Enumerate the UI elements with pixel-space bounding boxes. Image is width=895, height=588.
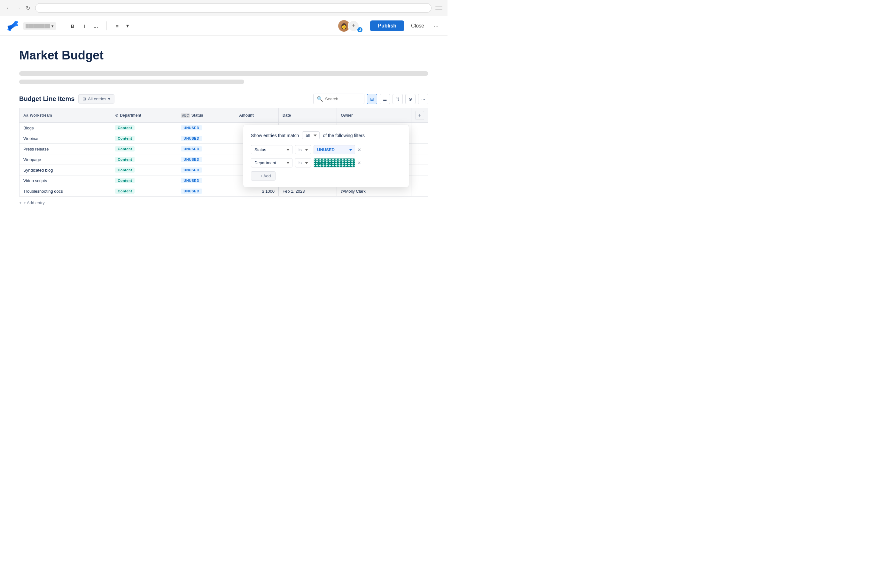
style-group: █████████ ▾ [23,23,56,30]
more-db-button[interactable]: ··· [418,94,428,104]
grid-view-icon: ⊞ [370,97,374,102]
cell-workstream[interactable]: Troubleshooting docs [20,186,111,197]
filter-popup: Show entries that match all any of the f… [243,125,409,187]
add-entry-label: + Add entry [24,200,45,205]
publish-button[interactable]: Publish [370,20,404,31]
add-entry-button[interactable]: + + Add entry [19,200,45,205]
col-header-status: ABC Status [177,108,235,123]
browser-nav: ← → ↻ [5,5,31,12]
col-header-workstream: Aa Workstream [20,108,111,123]
cell-department: Content [111,133,177,144]
search-input[interactable] [325,97,357,101]
cell-department: Content [111,144,177,155]
cell-extra [411,165,428,176]
filter-field-1[interactable]: Status [251,145,293,155]
col-header-department: ⊙ Department [111,108,177,123]
filter-row-1: Status is UNUSED × [251,145,401,155]
cell-status: UNUSED [177,176,235,186]
filter-value-2[interactable]: Content [314,158,355,167]
filter-row-2: Department is Content × [251,158,401,167]
filter-button[interactable]: ⚌ [380,94,390,104]
back-button[interactable]: ← [5,5,12,12]
hamburger-menu[interactable] [435,5,442,12]
forward-button[interactable]: → [15,5,22,12]
align-button[interactable]: ≡ [112,21,122,31]
search-box[interactable]: 🔍 [313,94,364,104]
grid-view-button[interactable]: ⊞ [367,94,377,104]
col-header-amount: Amount [235,108,279,123]
cell-extra [411,176,428,186]
cell-status: UNUSED [177,155,235,165]
filter-operator-1[interactable]: is [295,145,311,155]
col-header-owner: Owner [337,108,411,123]
sort-icon: ⇅ [396,97,399,102]
cell-department: Content [111,186,177,197]
filter-field-2[interactable]: Department [251,158,293,167]
more-format-button[interactable]: … [91,21,101,31]
add-entry-icon: + [19,200,22,205]
add-filter-icon: + [256,174,258,178]
style-dropdown[interactable]: █████████ ▾ [23,23,56,30]
editor-toolbar: █████████ ▾ B I … ≡ ▾ 👩 + J Publish Clos… [0,16,448,36]
italic-button[interactable]: I [80,21,89,31]
db-toolbar-right: 🔍 ⊞ ⚌ ⇅ ⊗ ··· [313,94,428,104]
hide-button[interactable]: ⊗ [405,94,416,104]
grid-icon: ⊞ [82,97,86,101]
align-chevron-button[interactable]: ▾ [123,21,132,31]
database-header: Budget Line Items ⊞ All entries ▾ 🔍 ⊞ [19,94,428,104]
cell-workstream[interactable]: Webpage [20,155,111,165]
filter-match-select[interactable]: all any [302,131,320,139]
style-label: █████████ [26,24,50,28]
cell-extra [411,123,428,133]
col-header-date: Date [279,108,337,123]
collaborator-badge: J [357,27,363,33]
all-entries-button[interactable]: ⊞ All entries ▾ [78,94,114,103]
add-column-button[interactable]: + [415,111,424,120]
reload-button[interactable]: ↻ [24,5,31,12]
department-col-label: Department [120,113,141,118]
cell-amount: $ 1000 [235,186,279,197]
app-container: █████████ ▾ B I … ≡ ▾ 👩 + J Publish Clos… [0,16,448,215]
format-group: B I … [68,21,101,31]
cell-workstream[interactable]: Video scripts [20,176,111,186]
database-title: Budget Line Items [19,95,74,103]
chevron-down-icon: ▾ [108,97,110,101]
add-filter-button[interactable]: + + Add [251,171,276,180]
table-wrapper: Aa Workstream ⊙ Department [19,108,428,197]
cell-workstream[interactable]: Press release [20,144,111,155]
page-title: Market Budget [19,48,428,62]
placeholder-line-2 [19,80,244,84]
add-filter-label: + Add [260,174,271,178]
cell-department: Content [111,165,177,176]
more-options-button[interactable]: ··· [431,21,441,31]
bold-button[interactable]: B [68,21,78,31]
department-col-icon: ⊙ [115,113,118,118]
cell-extra [411,186,428,197]
filter-intro-text: Show entries that match [251,133,299,138]
cell-workstream[interactable]: Syndicated blog [20,165,111,176]
placeholder-line-1 [19,71,428,76]
sort-button[interactable]: ⇅ [393,94,403,104]
cell-owner: @Molly Clark [337,186,411,197]
cell-status: UNUSED [177,165,235,176]
filter-remove-2-button[interactable]: × [358,160,361,166]
cell-department: Content [111,155,177,165]
cell-extra [411,144,428,155]
workstream-col-label: Workstream [30,113,52,118]
url-bar[interactable] [35,3,432,13]
style-chevron: ▾ [52,24,54,29]
table-header-row: Aa Workstream ⊙ Department [20,108,428,123]
cell-status: UNUSED [177,133,235,144]
filter-value-1[interactable]: UNUSED [314,145,355,155]
search-icon: 🔍 [317,96,323,102]
cell-workstream[interactable]: Blogs [20,123,111,133]
filter-remove-1-button[interactable]: × [358,147,361,153]
add-entry-row: + + Add entry [19,197,428,209]
align-group: ≡ ▾ [112,21,132,31]
close-button[interactable]: Close [408,20,427,31]
cell-workstream[interactable]: Webinar [20,133,111,144]
all-entries-label: All entries [88,97,106,101]
cell-extra [411,155,428,165]
confluence-logo [6,20,19,32]
filter-operator-2[interactable]: is [295,158,311,167]
